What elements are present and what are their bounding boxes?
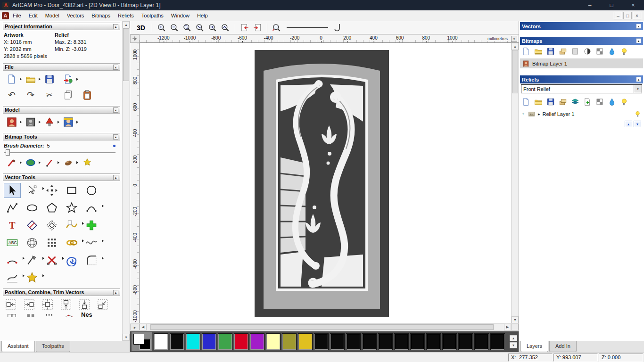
assistant-scrollbar[interactable]: ▲ ▼: [122, 21, 130, 341]
relief-greyscale-icon[interactable]: [594, 97, 605, 107]
relief-visibility-icon[interactable]: [619, 97, 629, 107]
paint-brush-icon[interactable]: [6, 157, 18, 168]
group-vectors-icon[interactable]: [25, 311, 37, 317]
create-arc-icon[interactable]: [4, 253, 21, 268]
file-section-header[interactable]: File ▲: [3, 63, 120, 71]
cut-icon[interactable]: ✂: [43, 90, 56, 101]
rectangle-tool-icon[interactable]: [63, 183, 80, 198]
bitmap-tools-header[interactable]: Bitmap Tools ▲: [3, 133, 120, 140]
project-information-header[interactable]: Project Information ▲: [3, 23, 120, 30]
close-icon[interactable]: ×: [622, 0, 644, 10]
zoom-in-icon[interactable]: [156, 22, 167, 33]
color-swatch-7[interactable]: [266, 333, 281, 350]
new-model-icon[interactable]: [6, 74, 18, 85]
join-vectors-icon[interactable]: [24, 253, 41, 268]
paint-selected-colour-icon[interactable]: [25, 157, 37, 168]
color-swatch-4[interactable]: [218, 333, 232, 350]
scroll-right-icon[interactable]: ▶: [504, 324, 511, 330]
color-swatch-5[interactable]: [234, 333, 248, 350]
zoom-scale-icon[interactable]: [220, 22, 231, 33]
scrollbar-thumb[interactable]: [150, 324, 494, 330]
scroll-left-icon[interactable]: ◀: [140, 324, 147, 330]
hscroll-corner[interactable]: ▶: [130, 324, 140, 330]
draw-icon[interactable]: [43, 157, 56, 168]
bitmap-colour-icon[interactable]: [607, 47, 617, 56]
scroll-down-icon[interactable]: ▼: [512, 316, 519, 323]
zoom-objects-icon[interactable]: [194, 22, 206, 33]
color-swatch-11[interactable]: [330, 333, 345, 350]
scroll-down-icon[interactable]: ▼: [123, 334, 130, 341]
align-right-icon[interactable]: [23, 299, 35, 310]
ruler-units-dropdown-icon[interactable]: ▼: [511, 36, 517, 42]
palette-scroll-up-icon[interactable]: ▲: [510, 335, 517, 341]
color-swatch-6[interactable]: [250, 333, 264, 350]
tab-assistant[interactable]: Assistant: [1, 341, 35, 352]
previous-view-icon[interactable]: [239, 22, 250, 33]
bitmap-greyscale-icon[interactable]: [594, 47, 605, 56]
layer-move-down-icon[interactable]: ▼: [634, 121, 641, 127]
collapse-icon[interactable]: ▲: [636, 24, 641, 29]
primary-secondary-colors[interactable]: [132, 332, 152, 351]
color-swatch-18[interactable]: [442, 333, 457, 350]
position-tools-header[interactable]: Position, Combine, Trim Vectors ▲: [3, 288, 120, 296]
pair-vectors-icon[interactable]: [6, 311, 18, 317]
new-relief-layer-icon[interactable]: [521, 97, 531, 107]
color-swatch-20[interactable]: [474, 333, 489, 350]
relief-set-combobox[interactable]: Front Relief ▼: [521, 84, 642, 93]
bitmap-contrast-icon[interactable]: [582, 47, 593, 56]
fillet-tool-icon[interactable]: [83, 253, 100, 268]
import-model-icon[interactable]: [62, 74, 74, 85]
color-swatch-17[interactable]: [426, 333, 441, 350]
open-model-icon[interactable]: [25, 74, 37, 85]
collapse-icon[interactable]: ▲: [636, 38, 641, 43]
menu-help[interactable]: Help: [193, 11, 212, 20]
color-swatch-21[interactable]: [490, 333, 505, 350]
align-left-icon[interactable]: [5, 299, 17, 310]
color-swatch-12[interactable]: [346, 333, 361, 350]
slider-thumb[interactable]: [6, 149, 10, 156]
color-swatch-14[interactable]: [378, 333, 393, 350]
relief-layer-visibility-icon[interactable]: [634, 110, 641, 117]
zoom-fit-icon[interactable]: [207, 22, 218, 33]
new-bitmap-layer-icon[interactable]: [521, 47, 531, 56]
menu-window[interactable]: Window: [167, 11, 193, 20]
color-swatch-8[interactable]: [282, 333, 297, 350]
preview-model-icon[interactable]: [62, 116, 74, 128]
zoom-window-icon[interactable]: [182, 22, 193, 33]
spin-vectors-icon[interactable]: [63, 253, 80, 268]
mdi-minimize-icon[interactable]: –: [614, 12, 622, 19]
brush-diameter-slider[interactable]: [3, 148, 120, 154]
create-star-icon[interactable]: [24, 270, 41, 285]
color-swatch-2[interactable]: [186, 333, 200, 350]
flood-fill-icon[interactable]: [81, 157, 93, 168]
nesting-icon[interactable]: [63, 235, 80, 250]
color-swatch-0[interactable]: [154, 333, 168, 350]
scrollbar-thumb[interactable]: [512, 50, 518, 93]
collapse-icon[interactable]: ▲: [113, 134, 118, 140]
minimize-icon[interactable]: –: [579, 0, 601, 10]
text-on-curve-icon[interactable]: ABC: [4, 235, 21, 250]
greyscale-model-icon[interactable]: [25, 116, 37, 128]
3d-view-button[interactable]: 3D: [134, 23, 148, 33]
mdi-restore-icon[interactable]: □: [623, 12, 632, 19]
layer-move-up-icon[interactable]: ▲: [625, 121, 632, 127]
vector-tools-header[interactable]: Vector Tools ▲: [3, 173, 120, 181]
undo-icon[interactable]: ↶: [6, 90, 18, 101]
paste-along-curve-icon[interactable]: [63, 218, 80, 233]
vectors-section-header[interactable]: Vectors ▲: [520, 22, 643, 30]
block-copy-icon[interactable]: [43, 235, 60, 250]
color-swatch-1[interactable]: [170, 333, 184, 350]
align-corner-icon[interactable]: [97, 299, 109, 310]
menu-vectors[interactable]: Vectors: [63, 11, 88, 20]
nesting-text-icon[interactable]: Nes: [81, 311, 92, 317]
relief-layers-stack-icon[interactable]: [570, 97, 580, 107]
mdi-close-icon[interactable]: ×: [633, 12, 641, 19]
tab-layers[interactable]: Layers: [520, 341, 548, 352]
text-tool-icon[interactable]: T: [4, 218, 21, 233]
color-swatch-13[interactable]: [362, 333, 377, 350]
offset-vectors-icon[interactable]: [43, 218, 60, 233]
bitmap-visibility-icon[interactable]: [619, 47, 629, 56]
redo-icon[interactable]: ↷: [25, 90, 37, 101]
dot-pattern-icon[interactable]: [43, 311, 56, 317]
canvas-viewport[interactable]: [140, 43, 511, 323]
